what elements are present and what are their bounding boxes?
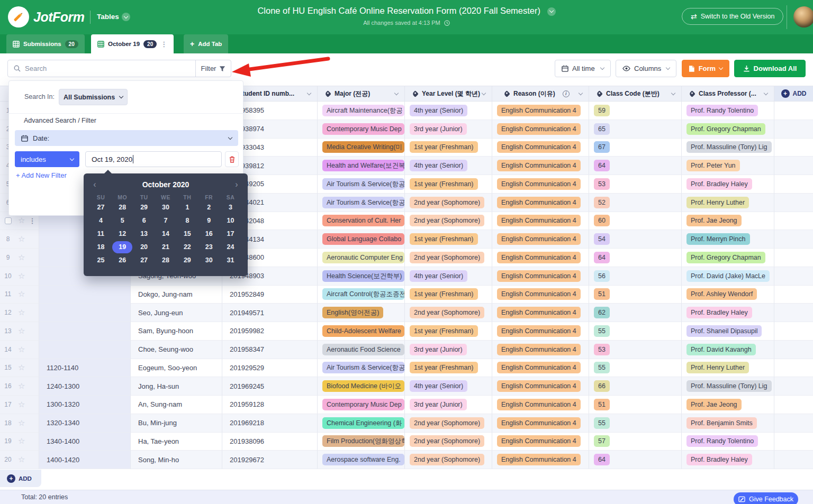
cell-class-code[interactable]: 67	[589, 139, 682, 157]
cell-major[interactable]: Air Tourism & Service(항공	[318, 175, 405, 194]
cell-time[interactable]: 1320-1340	[39, 414, 131, 433]
star-icon[interactable]: ☆	[18, 436, 25, 446]
cell-reason[interactable]: English Communication 4	[492, 267, 589, 286]
star-icon[interactable]: ☆	[18, 400, 25, 409]
cell-student-id[interactable]: 201959982	[222, 322, 318, 341]
cell-major[interactable]: Media Creative Writing(미	[318, 139, 405, 157]
cell-name[interactable]: Dokgo, Jung-nam	[131, 286, 222, 304]
calendar-day[interactable]: 4	[90, 214, 112, 227]
cell-major[interactable]: Contemporary Music Dep	[318, 120, 405, 139]
cell-class-code[interactable]: 53	[589, 341, 682, 359]
cell-reason[interactable]: English Communication 4	[492, 139, 589, 157]
tab-submissions[interactable]: Submissions 20	[6, 34, 85, 53]
tab-october-19[interactable]: October 19 20 ⋮	[91, 34, 174, 53]
star-icon[interactable]: ☆	[18, 289, 25, 299]
cell-major[interactable]: Aerospace software Eng.	[318, 451, 405, 469]
search-input[interactable]	[21, 65, 195, 72]
info-icon[interactable]: i	[563, 90, 570, 97]
cell-class-code[interactable]: 51	[589, 286, 682, 304]
cell-reason[interactable]: English Communication 4	[492, 359, 589, 378]
cell-class-code[interactable]: 64	[589, 249, 682, 267]
calendar-day[interactable]: 30	[155, 201, 177, 214]
cell-student-id[interactable]: 201969218	[222, 414, 318, 433]
cell-year-level[interactable]: 1st year (Freshman)	[405, 139, 492, 157]
add-tab-button[interactable]: + Add Tab	[184, 34, 228, 53]
cell-major[interactable]: Aircraft Control(항공조종전	[318, 286, 405, 304]
tables-nav-label[interactable]: Tables	[97, 13, 119, 21]
cell-year-level[interactable]: 2nd year (Sophomore)	[405, 212, 492, 231]
cell-major[interactable]: Air Tourism & Service(항공	[318, 194, 405, 212]
cell-reason[interactable]: English Communication 4	[492, 414, 589, 433]
cell-class-code[interactable]: 57	[589, 433, 682, 451]
cell-student-id[interactable]: 201952849	[222, 286, 318, 304]
cell-class-professor[interactable]: Prof. Henry Luther	[682, 194, 774, 212]
cell-major[interactable]: Global Language Collabo	[318, 230, 405, 249]
cell-time[interactable]: 1400-1420	[39, 451, 131, 469]
cell-time[interactable]	[39, 304, 131, 322]
cell-reason[interactable]: English Communication 4	[492, 194, 589, 212]
all-time-dropdown[interactable]: All time	[555, 60, 611, 77]
cell-class-code[interactable]: 62	[589, 304, 682, 322]
calendar-day[interactable]: 8	[176, 214, 198, 227]
cell-student-id[interactable]: 201949571	[222, 304, 318, 322]
cell-class-professor[interactable]: Prof. Henry Luther	[682, 359, 774, 378]
cell-class-professor[interactable]: Prof. David (Jake) MacLe	[682, 267, 774, 286]
cell-year-level[interactable]: 1st year (Freshman)	[405, 230, 492, 249]
row-checkbox[interactable]	[5, 217, 12, 224]
cell-class-professor[interactable]: Prof. Jae Jeong	[682, 212, 774, 231]
star-icon[interactable]: ☆	[18, 326, 25, 336]
next-month-icon[interactable]: ›	[232, 180, 241, 189]
cell-year-level[interactable]: 1st year (Freshman)	[405, 359, 492, 378]
jotform-logo[interactable]: JotForm	[8, 6, 85, 28]
cell-time[interactable]: 1240-1300	[39, 377, 131, 396]
add-entry-button[interactable]: + ADD	[0, 470, 41, 487]
cell-class-professor[interactable]: Prof. Massuline (Tony) Lig	[682, 377, 774, 396]
cell-major[interactable]: Aircraft Maintenance(항공	[318, 102, 405, 120]
cell-year-level[interactable]: 4th year (Senior)	[405, 377, 492, 396]
calendar-day[interactable]: 18	[90, 241, 112, 253]
add-column-button[interactable]: + ADD	[774, 86, 813, 101]
cell-class-professor[interactable]: Prof. Bradley Haley	[682, 304, 774, 322]
cell-class-professor[interactable]: Prof. Bradley Haley	[682, 451, 774, 469]
cell-year-level[interactable]: 2nd year (Sophomore)	[405, 249, 492, 267]
star-icon[interactable]: ☆	[18, 418, 25, 428]
calendar-day[interactable]: 27	[90, 201, 112, 214]
cell-class-professor[interactable]: Prof. Ashley Wendorf	[682, 286, 774, 304]
cell-student-id[interactable]: 201959128	[222, 396, 318, 414]
cell-student-id[interactable]: 201938096	[222, 433, 318, 451]
filter-date-input[interactable]: Oct 19, 2020	[85, 151, 222, 167]
title-chevron-icon[interactable]	[547, 7, 556, 16]
calendar-day[interactable]: 23	[198, 241, 220, 253]
cell-class-code[interactable]: 52	[589, 194, 682, 212]
cell-class-code[interactable]: 59	[589, 102, 682, 120]
cell-class-code[interactable]: 55	[589, 322, 682, 341]
cell-major[interactable]: Health and Welfare(보건복	[318, 157, 405, 175]
calendar-day[interactable]: 26	[112, 254, 133, 267]
cell-time[interactable]: 1300-1320	[39, 396, 131, 414]
star-icon[interactable]: ☆	[18, 216, 25, 225]
row-menu-icon[interactable]: ⋮	[29, 217, 35, 225]
calendar-day[interactable]: 9	[198, 214, 220, 227]
cell-year-level[interactable]: 3rd year (Junior)	[405, 396, 492, 414]
cell-major[interactable]: Aeronautic Computer Eng	[318, 249, 405, 267]
calendar-day[interactable]: 14	[155, 227, 177, 240]
calendar-day[interactable]: 28	[155, 254, 177, 267]
calendar-day[interactable]: 12	[112, 227, 133, 240]
cell-time[interactable]: 1340-1400	[39, 433, 131, 451]
star-icon[interactable]: ☆	[18, 308, 25, 317]
cell-class-code[interactable]: 65	[589, 120, 682, 139]
cell-reason[interactable]: English Communication 4	[492, 396, 589, 414]
calendar-day[interactable]: 19	[112, 241, 133, 253]
calendar-day[interactable]: 20	[133, 241, 155, 253]
cell-year-level[interactable]: 4th year (Senior)	[405, 102, 492, 120]
cell-time[interactable]: 1120-1140	[39, 359, 131, 378]
calendar-day[interactable]: 11	[90, 227, 112, 240]
cell-major[interactable]: Biofood Medicine (바이오	[318, 377, 405, 396]
cell-year-level[interactable]: 1st year (Freshman)	[405, 175, 492, 194]
cell-time[interactable]	[39, 286, 131, 304]
filter-operator-dropdown[interactable]: includes	[15, 151, 79, 167]
cell-major[interactable]: Aeronautic Food Science	[318, 341, 405, 359]
cell-class-code[interactable]: 53	[589, 175, 682, 194]
cell-reason[interactable]: English Communication 4	[492, 120, 589, 139]
cell-class-code[interactable]: 64	[589, 451, 682, 469]
